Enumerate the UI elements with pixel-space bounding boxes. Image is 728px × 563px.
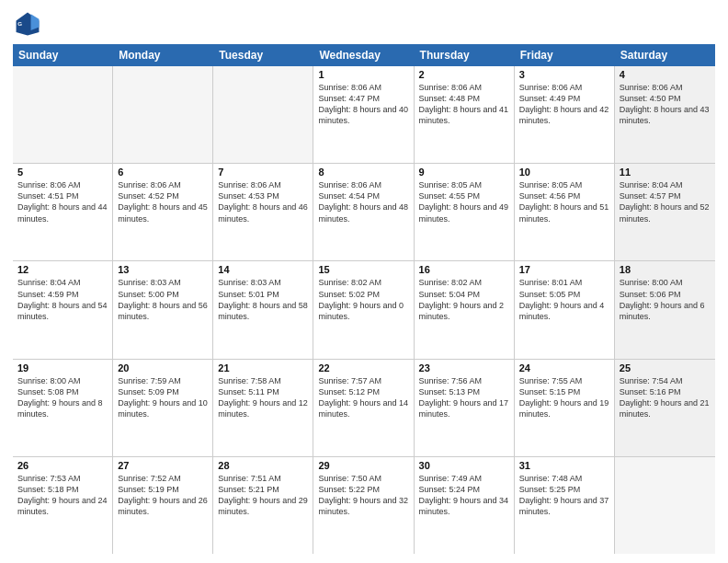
calendar-row-2: 12Sunrise: 8:04 AM Sunset: 4:59 PM Dayli… bbox=[13, 261, 715, 359]
day-cell-3: 3Sunrise: 8:06 AM Sunset: 4:49 PM Daylig… bbox=[515, 66, 615, 163]
day-info: Sunrise: 8:06 AM Sunset: 4:47 PM Dayligh… bbox=[318, 82, 408, 127]
calendar-body: 1Sunrise: 8:06 AM Sunset: 4:47 PM Daylig… bbox=[13, 66, 715, 554]
day-cell-1: 1Sunrise: 8:06 AM Sunset: 4:47 PM Daylig… bbox=[313, 66, 414, 163]
day-number: 14 bbox=[218, 264, 308, 275]
day-info: Sunrise: 7:56 AM Sunset: 5:13 PM Dayligh… bbox=[419, 375, 509, 420]
day-info: Sunrise: 8:04 AM Sunset: 4:59 PM Dayligh… bbox=[17, 277, 108, 322]
day-cell-20: 20Sunrise: 7:59 AM Sunset: 5:09 PM Dayli… bbox=[113, 360, 213, 456]
day-info: Sunrise: 7:59 AM Sunset: 5:09 PM Dayligh… bbox=[118, 375, 208, 420]
day-cell-7: 7Sunrise: 8:06 AM Sunset: 4:53 PM Daylig… bbox=[213, 164, 313, 260]
calendar-row-4: 26Sunrise: 7:53 AM Sunset: 5:18 PM Dayli… bbox=[13, 457, 715, 554]
day-number: 2 bbox=[419, 69, 509, 80]
day-info: Sunrise: 8:05 AM Sunset: 4:55 PM Dayligh… bbox=[419, 179, 509, 224]
day-info: Sunrise: 7:52 AM Sunset: 5:19 PM Dayligh… bbox=[118, 473, 208, 518]
day-number: 1 bbox=[318, 69, 408, 80]
day-cell-23: 23Sunrise: 7:56 AM Sunset: 5:13 PM Dayli… bbox=[415, 360, 515, 456]
day-info: Sunrise: 8:03 AM Sunset: 5:01 PM Dayligh… bbox=[218, 277, 308, 322]
calendar: SundayMondayTuesdayWednesdayThursdayFrid… bbox=[13, 44, 715, 554]
day-cell-27: 27Sunrise: 7:52 AM Sunset: 5:19 PM Dayli… bbox=[113, 457, 213, 554]
day-cell-empty-0-1 bbox=[113, 66, 213, 163]
day-cell-14: 14Sunrise: 8:03 AM Sunset: 5:01 PM Dayli… bbox=[213, 261, 313, 358]
day-info: Sunrise: 8:06 AM Sunset: 4:49 PM Dayligh… bbox=[519, 82, 609, 127]
day-info: Sunrise: 8:06 AM Sunset: 4:54 PM Dayligh… bbox=[318, 179, 408, 224]
day-cell-5: 5Sunrise: 8:06 AM Sunset: 4:51 PM Daylig… bbox=[13, 164, 113, 260]
day-cell-9: 9Sunrise: 8:05 AM Sunset: 4:55 PM Daylig… bbox=[415, 164, 515, 260]
day-number: 7 bbox=[218, 167, 308, 178]
day-number: 28 bbox=[218, 460, 308, 471]
svg-text:G: G bbox=[17, 20, 22, 27]
day-number: 22 bbox=[318, 362, 408, 373]
day-cell-2: 2Sunrise: 8:06 AM Sunset: 4:48 PM Daylig… bbox=[415, 66, 515, 163]
day-number: 12 bbox=[17, 264, 108, 275]
day-number: 20 bbox=[118, 362, 208, 373]
day-number: 23 bbox=[419, 362, 509, 373]
day-info: Sunrise: 7:57 AM Sunset: 5:12 PM Dayligh… bbox=[318, 375, 408, 420]
day-info: Sunrise: 7:48 AM Sunset: 5:25 PM Dayligh… bbox=[519, 473, 609, 518]
day-info: Sunrise: 8:06 AM Sunset: 4:52 PM Dayligh… bbox=[118, 179, 208, 224]
day-cell-31: 31Sunrise: 7:48 AM Sunset: 5:25 PM Dayli… bbox=[515, 457, 615, 554]
page: G SundayMondayTuesdayWednesdayThursdayFr… bbox=[0, 0, 728, 563]
day-cell-4: 4Sunrise: 8:06 AM Sunset: 4:50 PM Daylig… bbox=[615, 66, 715, 163]
day-cell-empty-0-0 bbox=[13, 66, 113, 163]
day-info: Sunrise: 8:02 AM Sunset: 5:04 PM Dayligh… bbox=[419, 277, 509, 322]
day-info: Sunrise: 7:51 AM Sunset: 5:21 PM Dayligh… bbox=[218, 473, 308, 518]
day-number: 5 bbox=[17, 167, 108, 178]
day-cell-17: 17Sunrise: 8:01 AM Sunset: 5:05 PM Dayli… bbox=[515, 261, 615, 358]
day-number: 29 bbox=[318, 460, 408, 471]
day-number: 3 bbox=[519, 69, 609, 80]
header-day-tuesday: Tuesday bbox=[213, 44, 313, 66]
day-info: Sunrise: 8:03 AM Sunset: 5:00 PM Dayligh… bbox=[118, 277, 208, 322]
logo: G bbox=[13, 9, 46, 39]
header-day-monday: Monday bbox=[113, 44, 213, 66]
day-number: 19 bbox=[17, 362, 108, 373]
day-info: Sunrise: 8:06 AM Sunset: 4:48 PM Dayligh… bbox=[419, 82, 509, 127]
day-number: 31 bbox=[519, 460, 609, 471]
day-cell-6: 6Sunrise: 8:06 AM Sunset: 4:52 PM Daylig… bbox=[113, 164, 213, 260]
logo-icon: G bbox=[13, 9, 42, 39]
day-info: Sunrise: 7:55 AM Sunset: 5:15 PM Dayligh… bbox=[519, 375, 609, 420]
day-cell-19: 19Sunrise: 8:00 AM Sunset: 5:08 PM Dayli… bbox=[13, 360, 113, 456]
day-info: Sunrise: 7:58 AM Sunset: 5:11 PM Dayligh… bbox=[218, 375, 308, 420]
day-info: Sunrise: 8:06 AM Sunset: 4:53 PM Dayligh… bbox=[218, 179, 308, 224]
day-number: 4 bbox=[620, 69, 711, 80]
day-number: 9 bbox=[419, 167, 509, 178]
header-day-thursday: Thursday bbox=[415, 44, 515, 66]
day-cell-11: 11Sunrise: 8:04 AM Sunset: 4:57 PM Dayli… bbox=[615, 164, 715, 260]
day-cell-21: 21Sunrise: 7:58 AM Sunset: 5:11 PM Dayli… bbox=[213, 360, 313, 456]
header-day-sunday: Sunday bbox=[13, 44, 113, 66]
day-number: 13 bbox=[118, 264, 208, 275]
day-info: Sunrise: 8:06 AM Sunset: 4:50 PM Dayligh… bbox=[620, 82, 711, 127]
day-number: 21 bbox=[218, 362, 308, 373]
day-cell-12: 12Sunrise: 8:04 AM Sunset: 4:59 PM Dayli… bbox=[13, 261, 113, 358]
header-day-wednesday: Wednesday bbox=[313, 44, 414, 66]
day-info: Sunrise: 8:04 AM Sunset: 4:57 PM Dayligh… bbox=[620, 179, 711, 224]
day-cell-22: 22Sunrise: 7:57 AM Sunset: 5:12 PM Dayli… bbox=[313, 360, 414, 456]
day-info: Sunrise: 7:53 AM Sunset: 5:18 PM Dayligh… bbox=[17, 473, 108, 518]
header-day-saturday: Saturday bbox=[615, 44, 715, 66]
day-info: Sunrise: 7:50 AM Sunset: 5:22 PM Dayligh… bbox=[318, 473, 408, 518]
day-number: 25 bbox=[620, 362, 711, 373]
day-cell-10: 10Sunrise: 8:05 AM Sunset: 4:56 PM Dayli… bbox=[515, 164, 615, 260]
day-number: 8 bbox=[318, 167, 408, 178]
day-cell-16: 16Sunrise: 8:02 AM Sunset: 5:04 PM Dayli… bbox=[415, 261, 515, 358]
day-cell-25: 25Sunrise: 7:54 AM Sunset: 5:16 PM Dayli… bbox=[615, 360, 715, 456]
day-cell-empty-0-2 bbox=[213, 66, 313, 163]
day-number: 16 bbox=[419, 264, 509, 275]
day-cell-13: 13Sunrise: 8:03 AM Sunset: 5:00 PM Dayli… bbox=[113, 261, 213, 358]
day-info: Sunrise: 7:54 AM Sunset: 5:16 PM Dayligh… bbox=[620, 375, 711, 420]
day-cell-15: 15Sunrise: 8:02 AM Sunset: 5:02 PM Dayli… bbox=[313, 261, 414, 358]
day-number: 24 bbox=[519, 362, 609, 373]
calendar-row-0: 1Sunrise: 8:06 AM Sunset: 4:47 PM Daylig… bbox=[13, 66, 715, 164]
day-cell-28: 28Sunrise: 7:51 AM Sunset: 5:21 PM Dayli… bbox=[213, 457, 313, 554]
header-day-friday: Friday bbox=[515, 44, 615, 66]
day-info: Sunrise: 8:01 AM Sunset: 5:05 PM Dayligh… bbox=[519, 277, 609, 322]
day-cell-29: 29Sunrise: 7:50 AM Sunset: 5:22 PM Dayli… bbox=[313, 457, 414, 554]
calendar-row-3: 19Sunrise: 8:00 AM Sunset: 5:08 PM Dayli… bbox=[13, 360, 715, 457]
calendar-row-1: 5Sunrise: 8:06 AM Sunset: 4:51 PM Daylig… bbox=[13, 164, 715, 261]
day-cell-8: 8Sunrise: 8:06 AM Sunset: 4:54 PM Daylig… bbox=[313, 164, 414, 260]
day-info: Sunrise: 8:00 AM Sunset: 5:06 PM Dayligh… bbox=[620, 277, 711, 322]
day-number: 6 bbox=[118, 167, 208, 178]
day-cell-empty-4-6 bbox=[615, 457, 715, 554]
day-info: Sunrise: 7:49 AM Sunset: 5:24 PM Dayligh… bbox=[419, 473, 509, 518]
day-number: 18 bbox=[620, 264, 711, 275]
